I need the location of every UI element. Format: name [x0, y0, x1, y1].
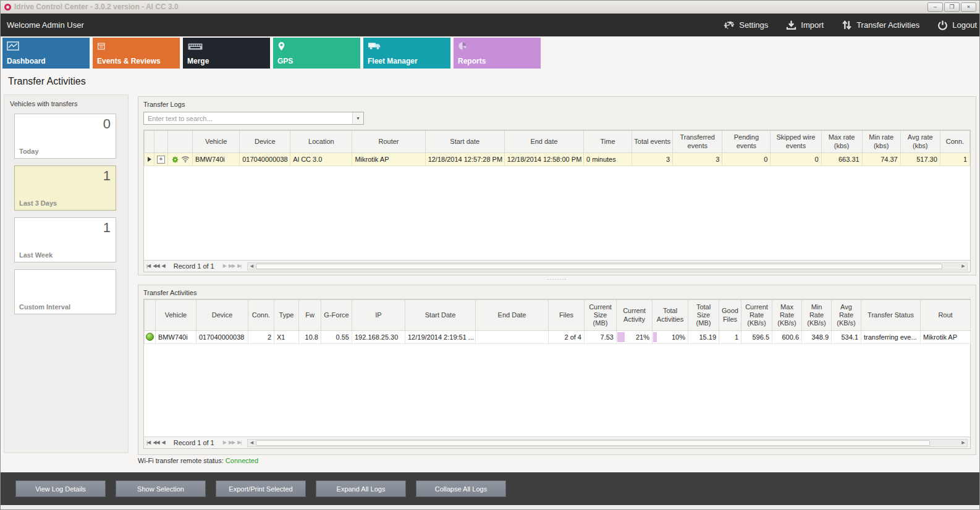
- col-total-activities[interactable]: Total Activities: [653, 300, 688, 331]
- col-time[interactable]: Time: [584, 131, 632, 153]
- tile-gps-label: GPS: [277, 57, 293, 65]
- show-selection-button[interactable]: Show Selection: [116, 480, 206, 497]
- transfer-activities-caption: Transfer Activities: [138, 285, 976, 299]
- col-start-date[interactable]: Start Date: [405, 300, 476, 331]
- scrollbar-thumb[interactable]: [256, 440, 930, 446]
- card-custom-interval[interactable]: Custom Interval: [14, 269, 116, 314]
- col-good-files[interactable]: Good Files: [719, 300, 741, 331]
- search-input[interactable]: [144, 112, 352, 124]
- prev-page-icon[interactable]: ◀◀: [153, 440, 159, 445]
- tile-fleet-manager[interactable]: Fleet Manager: [363, 38, 450, 69]
- col-start-date[interactable]: Start date: [425, 131, 504, 153]
- gears-icon: [724, 20, 735, 30]
- col-total-events[interactable]: Total events: [632, 131, 673, 153]
- col-device[interactable]: Device: [196, 300, 248, 331]
- transfer-log-row[interactable]: + BMW740i 017040000038 Al CC 3.0 Mikroti…: [145, 153, 970, 166]
- prev-record-icon[interactable]: ◀: [162, 440, 165, 445]
- col-vehicle[interactable]: Vehicle: [156, 300, 196, 331]
- export-print-selected-button[interactable]: Export/Print Selected: [216, 480, 306, 497]
- col-current-activity[interactable]: Current Activity: [617, 300, 653, 331]
- col-expand: [154, 131, 168, 153]
- col-conn[interactable]: Conn.: [248, 300, 274, 331]
- card-last-week[interactable]: 1 Last Week: [14, 217, 116, 262]
- scroll-right-icon[interactable]: ▶: [960, 440, 967, 445]
- col-total-size[interactable]: Total Size (MB): [688, 300, 719, 331]
- transfer-activities-button[interactable]: Transfer Activities: [841, 20, 919, 30]
- window-titlebar: Idrive Control Center - 3.0.2 version - …: [1, 1, 979, 14]
- search-dropdown-button[interactable]: ▼: [352, 112, 363, 124]
- tile-dashboard[interactable]: Dashboard: [2, 38, 90, 69]
- horizontal-scrollbar[interactable]: ◀ ▶: [247, 439, 968, 447]
- minimize-button[interactable]: –: [927, 2, 943, 12]
- scrollbar-thumb[interactable]: [256, 264, 942, 269]
- last-record-icon[interactable]: ▶|: [237, 264, 241, 269]
- view-log-details-button[interactable]: View Log Details: [15, 480, 106, 497]
- gps-pin-icon: [277, 41, 291, 52]
- col-current-size[interactable]: Current Size (MB): [585, 300, 617, 331]
- card-last-3-days-count: 1: [103, 168, 111, 184]
- col-max-rate[interactable]: Max rate (kbs): [821, 131, 862, 153]
- maximize-button[interactable]: ❐: [944, 2, 960, 12]
- col-skipped-wire-events[interactable]: Skipped wire events: [771, 131, 821, 153]
- settings-button[interactable]: Settings: [724, 20, 768, 30]
- col-max-rate[interactable]: Max Rate (KB/s): [772, 300, 802, 331]
- next-record-icon[interactable]: ▶: [223, 440, 226, 445]
- tile-dashboard-label: Dashboard: [7, 57, 46, 65]
- col-row-indicator: [145, 131, 154, 153]
- col-avg-rate[interactable]: Avg rate (kbs): [900, 131, 940, 153]
- col-conn[interactable]: Conn.: [940, 131, 969, 153]
- col-transfer-icons: [168, 131, 193, 153]
- col-location[interactable]: Location: [290, 131, 352, 153]
- horizontal-scrollbar[interactable]: ◀ ▶: [247, 262, 968, 270]
- app-logo-icon: [4, 4, 11, 10]
- prev-record-icon[interactable]: ◀: [162, 264, 165, 269]
- col-pending-events[interactable]: Pending events: [722, 131, 771, 153]
- last-record-icon[interactable]: ▶|: [237, 440, 241, 445]
- col-router[interactable]: Router: [352, 131, 425, 153]
- total-activities-progress: 10%: [653, 331, 688, 344]
- col-files[interactable]: Files: [549, 300, 585, 331]
- prev-page-icon[interactable]: ◀◀: [153, 264, 159, 269]
- scroll-right-icon[interactable]: ▶: [960, 264, 967, 269]
- record-counter: Record 1 of 1: [174, 439, 214, 446]
- next-page-icon[interactable]: ▶▶: [229, 440, 235, 445]
- tile-reports[interactable]: Reports: [454, 38, 541, 69]
- import-label: Import: [801, 20, 824, 30]
- scroll-left-icon[interactable]: ◀: [248, 264, 255, 269]
- col-transferred-events[interactable]: Transferred events: [673, 131, 722, 153]
- col-fw[interactable]: Fw: [299, 300, 321, 331]
- collapse-all-logs-button[interactable]: Collapse All Logs: [416, 480, 506, 497]
- col-ip[interactable]: IP: [352, 300, 405, 331]
- col-vehicle[interactable]: Vehicle: [193, 131, 240, 153]
- card-today[interactable]: 0 Today: [14, 114, 116, 159]
- col-min-rate[interactable]: Min rate (kbs): [862, 131, 900, 153]
- transfer-activity-row[interactable]: BMW740i 017040000038 2 X1 10.8 0.55 192.…: [145, 331, 971, 344]
- nav-tiles: Dashboard Events & Reviews Merge GPS Fle…: [2, 38, 541, 69]
- col-router[interactable]: Rout: [921, 300, 971, 331]
- splitter-grip[interactable]: ········: [138, 277, 976, 282]
- col-g-force[interactable]: G-Force: [321, 300, 352, 331]
- tile-merge[interactable]: Merge: [183, 38, 270, 69]
- next-page-icon[interactable]: ▶▶: [229, 264, 235, 269]
- col-current-rate[interactable]: Current Rate (KB/s): [741, 300, 772, 331]
- col-device[interactable]: Device: [240, 131, 290, 153]
- first-record-icon[interactable]: |◀: [146, 264, 150, 269]
- tile-events-reviews[interactable]: Events & Reviews: [93, 38, 180, 69]
- col-transfer-status[interactable]: Transfer Status: [861, 300, 921, 331]
- col-type[interactable]: Type: [274, 300, 299, 331]
- col-min-rate[interactable]: Min Rate (KB/s): [802, 300, 832, 331]
- scroll-left-icon[interactable]: ◀: [248, 440, 255, 445]
- col-end-date[interactable]: End date: [504, 131, 583, 153]
- close-button[interactable]: ×: [961, 2, 976, 12]
- logout-button[interactable]: Logout: [937, 20, 977, 30]
- card-last-week-count: 1: [103, 220, 111, 236]
- card-last-3-days[interactable]: 1 Last 3 Days: [14, 165, 116, 211]
- tile-gps[interactable]: GPS: [273, 38, 360, 69]
- expand-all-logs-button[interactable]: Expand All Logs: [316, 480, 406, 497]
- col-end-date[interactable]: End Date: [476, 300, 549, 331]
- col-avg-rate[interactable]: Avg Rate (KB/s): [832, 300, 861, 331]
- first-record-icon[interactable]: |◀: [146, 440, 150, 445]
- next-record-icon[interactable]: ▶: [223, 264, 226, 269]
- expand-row-icon[interactable]: +: [157, 156, 165, 164]
- import-button[interactable]: Import: [785, 20, 824, 30]
